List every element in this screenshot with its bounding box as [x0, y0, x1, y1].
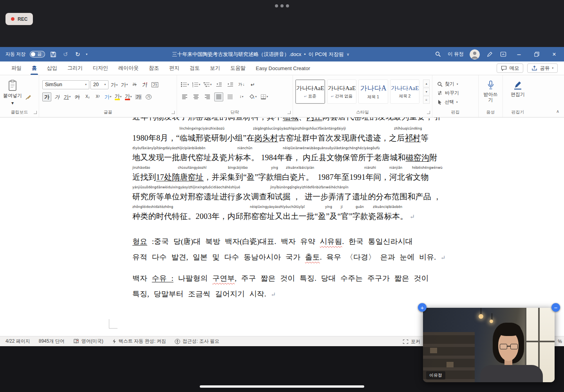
tab-help[interactable]: 도움말 [225, 61, 251, 75]
tab-home[interactable]: 홈 [27, 61, 42, 75]
undo-icon[interactable]: ↺ [61, 51, 69, 58]
document-title[interactable]: 三十年来中国陶瓷考古发现与研究述略（汉语拼音）.docx • 이 PC에 저장됨… [87, 51, 434, 58]
editor-pen-icon [513, 80, 522, 90]
styles-dialog-launcher[interactable] [427, 111, 430, 114]
tab-design[interactable]: 디자인 [88, 61, 113, 75]
editor-button[interactable]: 편집기 [503, 79, 533, 97]
clear-formatting-button[interactable]: 가 [130, 80, 139, 89]
align-right-button[interactable] [203, 92, 212, 101]
ribbon-display-options-icon[interactable] [499, 51, 507, 58]
user-name[interactable]: 이 유정 [448, 51, 464, 58]
paragraph-dialog-launcher[interactable] [287, 111, 291, 114]
format-painter-icon[interactable] [25, 94, 31, 100]
subscript-button[interactable]: X₂ [83, 92, 92, 101]
redo-icon[interactable]: ↻ [74, 51, 81, 58]
shrink-font-button[interactable]: 가▾ [120, 80, 129, 89]
webcam-overlay[interactable]: 이유정 [423, 308, 555, 382]
style-heading-2[interactable]: 가나다AaE 제목 2 [390, 79, 420, 104]
superscript-button[interactable]: X² [93, 92, 102, 101]
avatar[interactable] [470, 49, 480, 60]
collapse-ribbon-icon[interactable]: ∧ [556, 109, 559, 114]
replace-button[interactable]: 바꾸기 [437, 90, 478, 96]
styles-scroll-up-icon[interactable]: ▴ [423, 79, 430, 87]
multilevel-list-button[interactable]: ▾ [203, 80, 212, 89]
tab-draw[interactable]: 그리기 [62, 61, 88, 75]
sort-button[interactable]: 가↓ [237, 80, 246, 89]
video-shrink-button[interactable]: − [551, 303, 560, 312]
tab-layout[interactable]: 레이아웃 [113, 61, 144, 75]
italic-button[interactable]: 가 [52, 92, 61, 101]
styles-scroll-down-icon[interactable]: ▾ [423, 88, 430, 96]
font-name-combo[interactable]: SimSun ▾ [42, 80, 89, 89]
video-enlarge-button[interactable]: + [418, 303, 427, 312]
font-color-button[interactable]: 가▾ [124, 92, 133, 101]
record-button[interactable]: REC [5, 13, 33, 25]
document-area[interactable]: 近年刊物发表了邢窑遗址的调查材料，其中临城、内丘两县唐代窑址的发现最为重要，引起… [0, 117, 564, 336]
home-indicator[interactable] [200, 385, 364, 388]
grow-font-button[interactable]: 가▴ [110, 80, 119, 89]
highlight-color-button[interactable]: 가▾ [114, 92, 123, 101]
align-center-button[interactable] [192, 92, 201, 101]
underline-button[interactable]: 가▾ [63, 92, 72, 101]
select-button[interactable]: 선택 ▾ [437, 99, 478, 105]
comments-button[interactable]: 메모 [497, 63, 523, 73]
phonetic-guide-button[interactable]: 가 [140, 80, 149, 89]
window-dots-menu[interactable] [275, 4, 289, 7]
tab-easy-document-creator[interactable]: Easy Document Creator [251, 61, 315, 75]
shading-button[interactable]: ▾ [248, 92, 257, 101]
character-shading-button[interactable]: 가 [134, 92, 143, 101]
find-button[interactable]: 찾기 ▾ [437, 81, 478, 87]
tab-file[interactable]: 파일 [6, 61, 27, 75]
styles-gallery-more-icon[interactable]: ≡ [423, 96, 430, 104]
save-icon[interactable] [49, 51, 57, 58]
focus-mode-button[interactable]: 포커 [403, 336, 420, 347]
tab-insert[interactable]: 삽입 [42, 61, 62, 75]
show-formatting-marks-button[interactable]: ↵ [248, 80, 257, 89]
enclose-characters-button[interactable]: 가 [144, 92, 153, 101]
line-spacing-button[interactable]: ↕▾ [237, 92, 246, 101]
ink-pen-icon[interactable] [486, 51, 494, 58]
title-chevron-icon[interactable]: ∨ [347, 52, 349, 56]
distribute-text-button[interactable] [226, 92, 235, 101]
increase-indent-button[interactable] [226, 80, 235, 89]
tab-references[interactable]: 참조 [144, 61, 164, 75]
bullets-button[interactable]: ▾ [180, 80, 189, 89]
justify-button[interactable] [214, 92, 223, 101]
clipboard-dialog-launcher[interactable] [34, 111, 37, 114]
accessibility-status[interactable]: 접근성: 조사 필요 [175, 338, 219, 345]
proofing-language[interactable]: 영어(미국) [73, 338, 103, 345]
minimize-button[interactable]: – [513, 49, 525, 60]
style-normal[interactable]: 가나다AaE ↵표준 [295, 79, 325, 104]
text-autocomplete-status[interactable]: 텍스트 자동 완성: 켜짐 [112, 338, 166, 345]
quick-access-chevron-icon[interactable]: ▾ [86, 52, 87, 56]
tab-mailings[interactable]: 편지 [164, 61, 184, 75]
borders-button[interactable]: ▾ [260, 92, 269, 101]
bold-button[interactable]: 가 [42, 92, 51, 101]
tab-view[interactable]: 보기 [205, 61, 225, 75]
zoom-percent[interactable]: % [558, 336, 562, 347]
search-icon[interactable] [434, 51, 442, 58]
share-button[interactable]: 공유 ▾ [527, 63, 558, 73]
autosave-toggle[interactable]: 끔 [30, 51, 45, 58]
style-no-spacing[interactable]: 가나다AaE ↵간격 없음 [327, 79, 357, 104]
style-heading-1[interactable]: 가나다A 제목 1 [358, 79, 388, 104]
font-dialog-launcher[interactable] [172, 111, 175, 114]
text-effects-button[interactable]: 가▾ [103, 92, 112, 101]
numbering-button[interactable]: ▾ [192, 80, 201, 89]
page-indicator[interactable]: 4/22 페이지 [5, 338, 30, 345]
align-left-button[interactable] [180, 92, 189, 101]
paste-button[interactable]: 붙여넣기 ▾ [3, 79, 22, 106]
focus-icon [403, 339, 409, 344]
tab-review[interactable]: 검토 [184, 61, 205, 75]
editor-group: 편집기 편집기 [503, 75, 533, 117]
font-size-combo[interactable]: 20 ▾ [90, 80, 108, 89]
character-border-button[interactable]: 가 [150, 80, 159, 89]
close-button[interactable]: × [548, 49, 560, 60]
restore-button[interactable] [531, 49, 542, 60]
dictate-button[interactable]: 받아쓰기 [479, 79, 503, 103]
document-text[interactable]: 近年刊物发表了邢窑遗址的调查材料，其中临城、内丘两县唐代窑址的发现最为重要，引起… [132, 117, 439, 302]
word-count[interactable]: 8945개 단어 [39, 338, 65, 345]
decrease-indent-button[interactable] [214, 80, 223, 89]
strikethrough-button[interactable]: 가 [73, 92, 82, 101]
select-arrow-icon [437, 99, 442, 105]
